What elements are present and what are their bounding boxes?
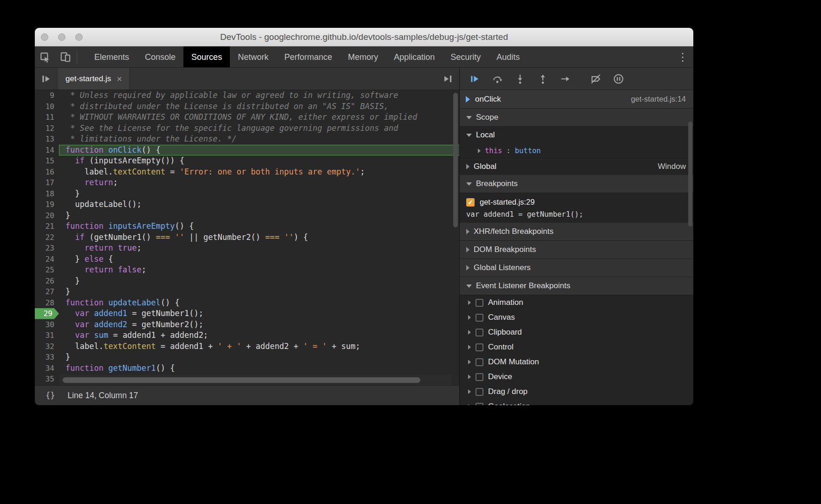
minimize-window-button[interactable] — [58, 33, 65, 41]
hide-debugger-sidebar-icon[interactable] — [436, 68, 459, 90]
section-global-listeners[interactable]: Global Listeners — [460, 259, 693, 277]
pretty-print-button[interactable]: {} — [42, 389, 58, 401]
line-number[interactable]: 9 — [35, 90, 59, 101]
section-scope[interactable]: Scope — [460, 109, 693, 127]
deactivate-breakpoints-icon[interactable] — [584, 68, 607, 90]
line-number[interactable]: 20 — [35, 210, 59, 221]
maximize-window-button[interactable] — [75, 33, 83, 41]
line-number[interactable]: 28 — [35, 297, 59, 309]
line-number[interactable]: 22 — [35, 232, 59, 243]
code-line-24: 24 } else { — [35, 254, 459, 265]
code-text: * WITHOUT WARRANTIES OR CONDITIONS OF AN… — [59, 112, 459, 123]
scope-variable-this[interactable]: this: button — [460, 143, 693, 158]
sidebar-scrollbar[interactable] — [688, 122, 692, 226]
tab-performance[interactable]: Performance — [276, 46, 340, 67]
line-number[interactable]: 30 — [35, 319, 59, 330]
line-number[interactable]: 18 — [35, 188, 59, 200]
line-number[interactable]: 27 — [35, 286, 59, 297]
device-toolbar-icon[interactable] — [55, 46, 76, 67]
horizontal-scrollbar[interactable] — [59, 375, 452, 385]
line-number[interactable]: 13 — [35, 134, 59, 145]
breakpoint-marker[interactable]: 29 — [35, 308, 59, 319]
breakpoint-entry[interactable]: get-started.js:29 var addend1 = getNumbe… — [460, 193, 693, 223]
tab-elements[interactable]: Elements — [86, 46, 137, 67]
step-over-icon[interactable] — [486, 68, 508, 90]
scope-global[interactable]: Global Window — [460, 158, 693, 175]
more-options-icon[interactable]: ⋮ — [672, 46, 693, 67]
section-event-listener-breakpoints[interactable]: Event Listener Breakpoints — [460, 277, 693, 295]
line-number[interactable]: 35 — [35, 374, 59, 385]
event-category-checkbox[interactable] — [476, 358, 483, 366]
line-number[interactable]: 15 — [35, 155, 59, 167]
code-line-15: 15 if (inputsAreEmpty()) { — [35, 155, 459, 167]
line-number[interactable]: 26 — [35, 276, 59, 287]
inspect-element-icon[interactable] — [35, 46, 55, 67]
line-number[interactable]: 24 — [35, 254, 59, 265]
event-category-checkbox[interactable] — [476, 314, 483, 322]
step-icon[interactable] — [554, 68, 577, 90]
event-category-animation[interactable]: Animation — [460, 295, 693, 310]
event-category-canvas[interactable]: Canvas — [460, 310, 693, 325]
line-number[interactable]: 16 — [35, 167, 59, 178]
line-number[interactable]: 33 — [35, 352, 59, 363]
line-number[interactable]: 21 — [35, 221, 59, 232]
event-category-checkbox[interactable] — [476, 388, 483, 396]
event-category-label: Control — [488, 342, 514, 352]
event-category-checkbox[interactable] — [476, 343, 483, 351]
event-category-dom-mutation[interactable]: DOM Mutation — [460, 355, 693, 369]
line-number[interactable]: 11 — [35, 112, 59, 123]
code-text: if (inputsAreEmpty()) { — [59, 155, 459, 167]
section-dom-breakpoints[interactable]: DOM Breakpoints — [460, 241, 693, 259]
scope-local[interactable]: Local — [460, 127, 693, 143]
event-category-clipboard[interactable]: Clipboard — [460, 325, 693, 340]
line-number[interactable]: 25 — [35, 265, 59, 276]
close-window-button[interactable] — [41, 33, 48, 41]
call-frame[interactable]: onClick get-started.js:14 — [460, 90, 693, 109]
vertical-scrollbar[interactable] — [453, 93, 458, 227]
line-number[interactable]: 14 — [35, 145, 59, 156]
tab-audits[interactable]: Audits — [489, 46, 528, 67]
code-line-12: 12 * See the License for the specific la… — [35, 123, 459, 134]
line-number[interactable]: 10 — [35, 101, 59, 112]
section-breakpoints[interactable]: Breakpoints — [460, 175, 693, 193]
resume-script-icon[interactable] — [463, 68, 486, 90]
chevron-right-icon — [468, 315, 471, 320]
file-tab-label: get-started.js — [65, 74, 111, 84]
close-icon[interactable]: × — [117, 74, 122, 84]
tab-console[interactable]: Console — [137, 46, 183, 67]
event-category-checkbox[interactable] — [476, 299, 483, 307]
line-number[interactable]: 31 — [35, 330, 59, 341]
event-category-geolocation[interactable]: Geolocation — [460, 399, 693, 405]
event-category-drag-drop[interactable]: Drag / drop — [460, 384, 693, 399]
code-line-11: 11 * WITHOUT WARRANTIES OR CONDITIONS OF… — [35, 112, 459, 123]
code-line-14: 14function onClick() { — [35, 145, 459, 156]
tab-application[interactable]: Application — [386, 46, 443, 67]
step-into-icon[interactable] — [508, 68, 531, 90]
line-number[interactable]: 36 — [35, 385, 59, 386]
tab-sources[interactable]: Sources — [183, 46, 230, 67]
breakpoint-checkbox[interactable] — [466, 198, 475, 207]
event-category-checkbox[interactable] — [476, 403, 483, 406]
call-frame-function: onClick — [475, 95, 501, 104]
tab-memory[interactable]: Memory — [340, 46, 386, 67]
line-number[interactable]: 17 — [35, 177, 59, 188]
horizontal-scrollbar-thumb[interactable] — [63, 377, 420, 383]
line-number[interactable]: 34 — [35, 363, 59, 374]
step-out-icon[interactable] — [531, 68, 554, 90]
file-tab[interactable]: get-started.js × — [58, 68, 130, 90]
show-navigator-icon[interactable] — [35, 68, 58, 90]
pause-on-exceptions-icon[interactable] — [607, 68, 630, 90]
tab-network[interactable]: Network — [230, 46, 276, 67]
line-number[interactable]: 32 — [35, 341, 59, 352]
code-editor[interactable]: 9 * Unless required by applicable law or… — [35, 90, 459, 385]
line-number[interactable]: 23 — [35, 243, 59, 254]
section-xhr-fetch-breakpoints[interactable]: XHR/fetch Breakpoints — [460, 223, 693, 241]
code-text: function getNumber1() { — [59, 363, 459, 374]
event-category-control[interactable]: Control — [460, 340, 693, 355]
line-number[interactable]: 12 — [35, 123, 59, 134]
tab-security[interactable]: Security — [443, 46, 489, 67]
event-category-device[interactable]: Device — [460, 369, 693, 384]
line-number[interactable]: 19 — [35, 199, 59, 210]
event-category-checkbox[interactable] — [476, 373, 483, 381]
event-category-checkbox[interactable] — [476, 329, 483, 336]
